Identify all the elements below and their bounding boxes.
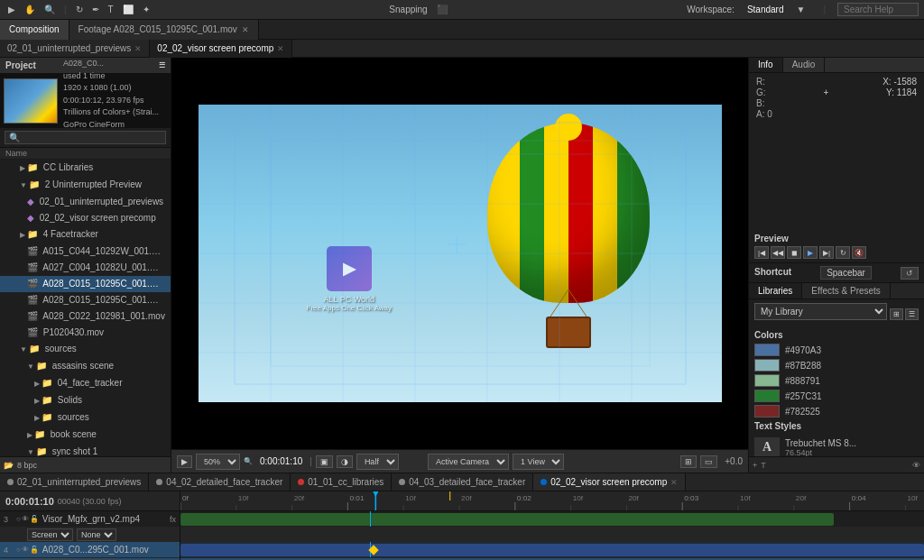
layer-4-lock-icon[interactable]: 🔓 <box>30 546 39 554</box>
snapping-toggle[interactable]: ⬛ <box>434 5 450 14</box>
libraries-tab[interactable]: Libraries <box>749 283 802 298</box>
tree-item-face-tracker[interactable]: ▶📁 04_face_tracker <box>0 375 171 392</box>
play-forward-button[interactable]: ▶ <box>803 246 818 259</box>
tree-item-sources[interactable]: ▼📁 sources <box>0 341 171 358</box>
region-button[interactable]: ▣ <box>316 455 333 468</box>
layer-3-mode-select[interactable]: Screen <box>27 528 73 541</box>
tree-item-a027[interactable]: 🎬 A027_C004_10282U_001.mov <box>0 260 171 276</box>
comp-tab-2[interactable]: 02_02_visor screen precomp ✕ <box>150 40 292 58</box>
layer-3-lock-icon[interactable]: 🔓 <box>30 515 39 523</box>
close-timeline-tab[interactable]: ✕ <box>670 478 678 487</box>
close-comp2[interactable]: ✕ <box>277 44 284 53</box>
tool-hand[interactable]: ✋ <box>22 5 38 14</box>
svg-text:10f: 10f <box>740 494 751 502</box>
loop-button[interactable]: ↻ <box>836 246 850 259</box>
tool-pen[interactable]: ✒ <box>89 5 102 14</box>
search-input[interactable] <box>837 3 919 16</box>
tool-select[interactable]: ▶ <box>5 5 18 14</box>
close-footage-tab[interactable]: ✕ <box>242 25 249 34</box>
exposure-button[interactable]: ◑ <box>337 455 353 468</box>
timeline-layer-4[interactable]: 4 ○ 👁 🔓 A028_C0...295C_001.mov <box>0 542 180 558</box>
layer-4-eye-icon[interactable]: 👁 <box>22 546 29 554</box>
library-dropdown[interactable]: My Library <box>754 303 887 320</box>
timeline-tab-2[interactable]: 04_02_detailed_face_tracker <box>149 473 291 491</box>
tab-composition[interactable]: Composition <box>0 20 69 40</box>
timeline-ruler[interactable]: 0f 10f 20f 0:01 10f 20f 0:02 10f <box>180 491 924 511</box>
tree-item-2-uninterrupted[interactable]: ▼📁 2 Uninterrupted Preview <box>0 177 171 194</box>
layer-3-fx-icon[interactable]: fx <box>170 515 176 524</box>
tree-item-comp1[interactable]: ◆ 02_01_uninterrupted_previews <box>0 194 171 210</box>
color-swatch-1[interactable]: #4970A3 <box>754 344 919 356</box>
layer-3-eye-icon[interactable]: 👁 <box>22 515 29 523</box>
list-view-button[interactable]: ☰ <box>905 308 919 320</box>
timeline-area: 02_01_uninterrupted_previews 04_02_detai… <box>0 473 924 560</box>
tree-item-cc-libraries[interactable]: ▶📁 CC Libraries <box>0 160 171 177</box>
effects-presets-tab[interactable]: Effects & Presets <box>802 283 891 298</box>
color-swatch-3[interactable]: #888791 <box>754 374 919 387</box>
tree-item-a015[interactable]: 🎬 A015_C044_10292W_001.mov <box>0 243 171 260</box>
workspace-dropdown-icon[interactable]: ▼ <box>793 5 808 14</box>
new-item-icon[interactable]: 📂 <box>4 461 14 470</box>
tree-item-assasins[interactable]: ▼📁 assasins scene <box>0 358 171 375</box>
tab-footage[interactable]: Footage A028_C015_10295C_001.mov ✕ <box>69 20 259 40</box>
viewer-area[interactable]: ▶ ALL PC World Free Apps One Click Away <box>171 58 748 449</box>
grid-button[interactable]: ⊞ <box>680 455 697 468</box>
layer-4-solo-icon[interactable]: ○ <box>16 546 21 554</box>
color-swatch-2[interactable]: #87B288 <box>754 359 919 372</box>
next-frame-button[interactable]: ▶| <box>819 246 834 259</box>
close-comp1[interactable]: ✕ <box>134 44 142 53</box>
tree-item-p1020[interactable]: 🎬 P1020430.mov <box>0 325 171 341</box>
tree-item-solids1[interactable]: ▶📁 Solids <box>0 392 171 409</box>
lib-footer-icon2[interactable]: T <box>761 461 766 470</box>
color-swatch-5[interactable]: #782525 <box>754 405 919 418</box>
tool-zoom[interactable]: 🔍 <box>42 5 58 14</box>
audio-tab[interactable]: Audio <box>783 58 826 72</box>
tool-text[interactable]: T <box>106 5 116 14</box>
timeline-layer-3[interactable]: 3 ○ 👁 🔓 Visor_Mgfx_grn_v2.mp4 fx <box>0 511 180 528</box>
safe-zones-button[interactable]: ▭ <box>700 455 717 468</box>
layer-3-solo-icon[interactable]: ○ <box>16 515 21 523</box>
tree-item-a028-selected[interactable]: 🎬 A028_C015_10295C_001.mov <box>0 276 171 292</box>
view-count-select[interactable]: 1 View <box>513 454 564 470</box>
play-stop-button[interactable]: ▶ <box>177 455 192 468</box>
tree-item-4-facetracker[interactable]: ▶📁 4 Facetracker <box>0 226 171 243</box>
view-mode-select[interactable]: Active Camera <box>428 454 509 470</box>
tree-item-a028c[interactable]: 🎬 A028_C022_102981_001.mov <box>0 308 171 325</box>
stop-button[interactable]: ◼ <box>787 246 801 259</box>
track-bar-3[interactable] <box>180 513 834 526</box>
lib-content: My Library ⊞ ☰ Colors #4970A3 #87B288 #8… <box>749 299 924 456</box>
comp-tab-1[interactable]: 02_01_uninterrupted_previews ✕ <box>0 40 150 58</box>
track-bar-4[interactable] <box>180 544 924 556</box>
tree-item-comp2[interactable]: ◆ 02_02_visor screen precomp <box>0 210 171 226</box>
shortcut-reset-button[interactable]: ↺ <box>901 267 919 280</box>
tree-item-sync-shot[interactable]: ▼📁 sync shot 1 <box>0 444 171 456</box>
info-tab[interactable]: Info <box>749 58 783 72</box>
timeline-tab-1[interactable]: 02_01_uninterrupted_previews <box>0 473 149 491</box>
layer-3-trikmatte-select[interactable]: None <box>77 528 116 541</box>
color-swatch-4[interactable]: #257C31 <box>754 390 919 402</box>
project-menu-icon[interactable]: ☰ <box>159 61 165 69</box>
timeline-tab-4[interactable]: 04_03_detailed_face_tracker <box>392 473 533 491</box>
grid-view-button[interactable]: ⊞ <box>890 308 903 320</box>
tool-puppet[interactable]: ✦ <box>140 5 152 14</box>
tool-shape[interactable]: ⬜ <box>120 5 136 14</box>
zoom-select[interactable]: 50% <box>196 454 240 470</box>
project-search-input[interactable] <box>5 131 166 144</box>
play-back-button[interactable]: ◀◀ <box>771 246 785 259</box>
tree-item-book-scene[interactable]: ▶📁 book scene <box>0 427 171 444</box>
tool-rotate[interactable]: ↻ <box>73 5 86 14</box>
quality-select[interactable]: Half <box>356 454 399 470</box>
tree-item-a028b[interactable]: 🎬 A028_C015_10295C_001.mov <box>0 292 171 308</box>
prev-frame-button[interactable]: |◀ <box>754 246 769 259</box>
text-style-1[interactable]: A Trebuchet MS 8... 76.54pt <box>754 435 919 456</box>
tree-item-sources2[interactable]: ▶📁 sources <box>0 409 171 427</box>
project-tree[interactable]: ▶📁 CC Libraries ▼📁 2 Uninterrupted Previ… <box>0 160 171 456</box>
workspace-value[interactable]: Standard <box>744 5 787 14</box>
lib-footer-icon3[interactable]: 👁 <box>912 461 920 470</box>
shortcut-value[interactable]: Spacebar <box>820 266 872 280</box>
lib-footer-icon1[interactable]: + <box>753 461 757 470</box>
zoom-icon[interactable]: 🔍 <box>244 457 253 465</box>
timeline-tab-3[interactable]: 01_01_cc_libraries <box>291 473 392 491</box>
timeline-tab-5[interactable]: 02_02_visor screen precomp ✕ <box>533 473 686 491</box>
mute-button[interactable]: 🔇 <box>852 246 866 259</box>
